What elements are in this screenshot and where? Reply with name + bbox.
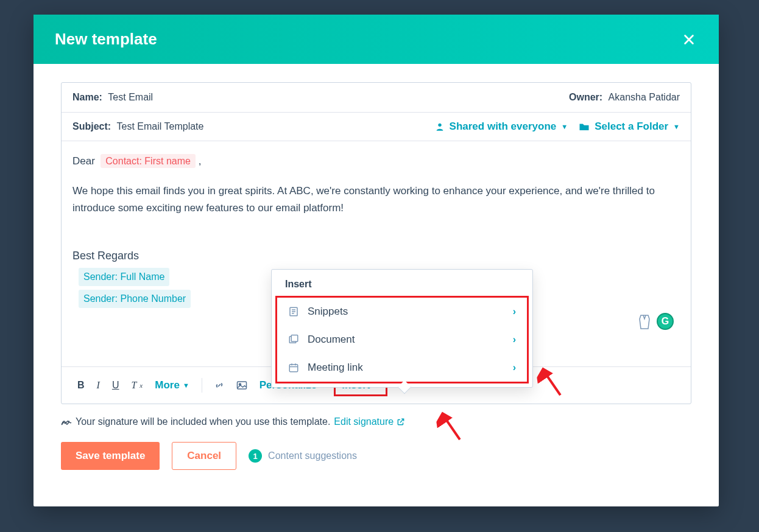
more-dropdown[interactable]: More ▼ — [150, 377, 194, 394]
contact-first-name-token[interactable]: Contact: First name — [101, 154, 196, 168]
signature-icon — [61, 417, 72, 427]
signature-note: Your signature will be included when you… — [61, 416, 691, 427]
link-button[interactable] — [210, 378, 229, 393]
insert-popup: Insert Snippets › Document › Meeting — [271, 269, 533, 388]
subject-label: Subject: — [72, 121, 111, 131]
close-icon — [682, 33, 696, 46]
caret-down-icon: ▼ — [561, 123, 568, 130]
popup-item-label: Meeting link — [308, 362, 363, 374]
body-paragraph: We hope this email finds you in great sp… — [72, 183, 680, 218]
content-suggestions[interactable]: 1 Content suggestions — [249, 449, 357, 463]
name-value: Test Email — [108, 92, 153, 102]
popup-item-snippets[interactable]: Snippets › — [277, 298, 527, 326]
suggestions-label: Content suggestions — [268, 450, 357, 461]
sender-full-name-token[interactable]: Sender: Full Name — [79, 268, 169, 286]
svg-rect-3 — [237, 382, 246, 389]
popup-item-label: Snippets — [308, 306, 348, 318]
suggestions-count-badge: 1 — [249, 449, 262, 463]
new-template-modal: New template Name: Test Email Owner: Aka… — [34, 15, 719, 506]
italic-button[interactable]: I — [92, 377, 105, 393]
cancel-button[interactable]: Cancel — [172, 442, 236, 470]
owner-label: Owner: — [569, 92, 602, 102]
bold-button[interactable]: B — [72, 377, 90, 393]
svg-point-2 — [438, 124, 441, 127]
chevron-right-icon: › — [513, 362, 516, 373]
popup-item-meeting[interactable]: Meeting link › — [277, 354, 527, 382]
owner-field: Owner: Akansha Patidar — [569, 92, 680, 103]
editor-badges: G — [637, 313, 674, 330]
shared-label: Shared with everyone — [450, 121, 557, 133]
footer-actions: Save template Cancel 1 Content suggestio… — [61, 442, 691, 488]
save-template-button[interactable]: Save template — [61, 442, 160, 470]
subject-row: Subject: Test Email Template Shared with… — [62, 113, 691, 141]
sender-phone-token[interactable]: Sender: Phone Number — [79, 290, 191, 308]
svg-rect-11 — [289, 365, 298, 372]
folder-icon — [579, 122, 590, 131]
document-icon — [288, 334, 299, 345]
subject-value: Test Email Template — [117, 121, 204, 131]
subject-actions: Shared with everyone ▼ Select a Folder ▼ — [435, 121, 680, 133]
name-field[interactable]: Name: Test Email — [72, 92, 153, 103]
snippets-icon — [288, 306, 299, 317]
chevron-right-icon: › — [513, 334, 516, 345]
close-button[interactable] — [680, 31, 697, 48]
popup-item-label: Document — [308, 334, 355, 346]
clear-format-button[interactable]: Tx — [126, 377, 147, 393]
underline-button[interactable]: U — [107, 377, 124, 393]
link-icon — [214, 380, 224, 390]
popup-items: Snippets › Document › Meeting link › — [275, 296, 529, 383]
caret-down-icon: ▼ — [673, 123, 680, 130]
chevron-right-icon: › — [513, 306, 516, 317]
regards-text: Best Regards — [72, 248, 680, 264]
external-link-icon — [397, 418, 405, 426]
subject-field[interactable]: Subject: Test Email Template — [72, 121, 203, 132]
name-row: Name: Test Email Owner: Akansha Patidar — [62, 83, 691, 113]
grammarly-icon[interactable]: G — [657, 313, 674, 330]
dear-text: Dear — [72, 155, 95, 167]
suit-icon[interactable] — [637, 313, 652, 330]
popup-item-document[interactable]: Document › — [277, 326, 527, 354]
svg-rect-10 — [291, 335, 298, 342]
comma: , — [199, 155, 202, 167]
name-label: Name: — [72, 92, 102, 102]
shared-with-dropdown[interactable]: Shared with everyone ▼ — [435, 121, 568, 133]
toolbar-separator — [202, 378, 202, 393]
signature-text: Your signature will be included when you… — [76, 416, 330, 427]
modal-title: New template — [55, 30, 157, 49]
person-icon — [435, 122, 445, 131]
modal-header: New template — [34, 15, 719, 64]
image-button[interactable] — [231, 378, 252, 393]
calendar-icon — [288, 362, 299, 373]
owner-value: Akansha Patidar — [609, 92, 680, 102]
popup-title: Insert — [272, 270, 532, 296]
more-label: More — [155, 379, 180, 391]
folder-label: Select a Folder — [595, 121, 668, 133]
greeting-line: Dear Contact: First name , — [72, 153, 680, 169]
caret-down-icon: ▼ — [183, 382, 189, 389]
edit-signature-link[interactable]: Edit signature — [334, 416, 405, 427]
image-icon — [236, 380, 247, 390]
edit-signature-label: Edit signature — [334, 416, 394, 427]
select-folder-dropdown[interactable]: Select a Folder ▼ — [579, 121, 680, 133]
